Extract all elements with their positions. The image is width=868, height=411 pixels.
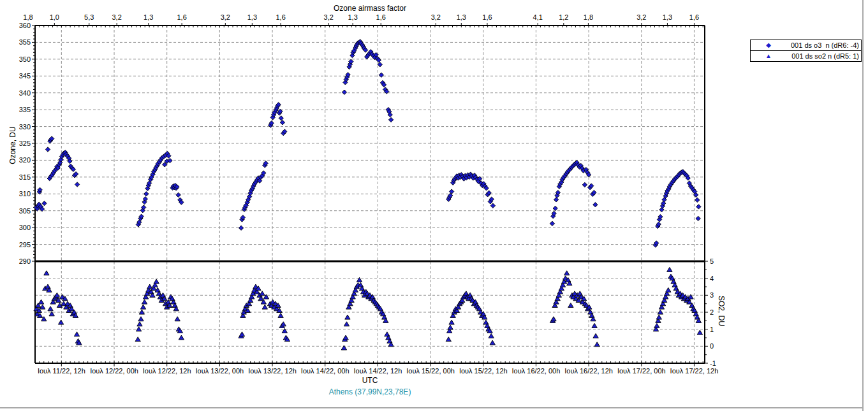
svg-text:345: 345 bbox=[19, 72, 31, 80]
window-edge-bottom bbox=[0, 407, 864, 408]
svg-text:340: 340 bbox=[19, 89, 31, 97]
svg-text:2: 2 bbox=[710, 308, 714, 316]
svg-text:300: 300 bbox=[19, 224, 31, 231]
chart-svg: Ιουλ 11/22, 12hΙουλ 12/22, 00hΙουλ 12/22… bbox=[0, 0, 868, 411]
triangle-marker-icon: ▲ bbox=[751, 53, 786, 59]
svg-text:Ιουλ 12/22, 00h: Ιουλ 12/22, 00h bbox=[90, 367, 138, 375]
svg-text:1,0: 1,0 bbox=[50, 13, 59, 21]
svg-text:1,3: 1,3 bbox=[247, 13, 257, 21]
chart-canvas: Ιουλ 11/22, 12hΙουλ 12/22, 00hΙουλ 12/22… bbox=[0, 0, 868, 411]
diamond-marker-icon: ◆ bbox=[751, 42, 786, 48]
svg-text:Ιουλ 16/22, 00h: Ιουλ 16/22, 00h bbox=[512, 367, 561, 375]
svg-text:Ιουλ 15/22, 00h: Ιουλ 15/22, 00h bbox=[406, 367, 455, 375]
svg-text:4,1: 4,1 bbox=[533, 13, 543, 21]
svg-text:1,8: 1,8 bbox=[584, 13, 593, 21]
svg-text:325: 325 bbox=[19, 140, 31, 147]
svg-text:1,6: 1,6 bbox=[276, 13, 285, 21]
svg-text:Ιουλ 13/22, 12h: Ιουλ 13/22, 12h bbox=[248, 367, 297, 375]
svg-text:Ιουλ 14/22, 12h: Ιουλ 14/22, 12h bbox=[354, 367, 402, 375]
svg-text:1,6: 1,6 bbox=[376, 13, 386, 21]
svg-text:1,6: 1,6 bbox=[177, 13, 186, 21]
svg-text:Ιουλ 12/22, 12h: Ιουλ 12/22, 12h bbox=[143, 367, 191, 375]
svg-text:290: 290 bbox=[19, 257, 31, 265]
svg-text:1,3: 1,3 bbox=[143, 13, 153, 21]
svg-text:1: 1 bbox=[710, 326, 714, 333]
svg-text:4: 4 bbox=[710, 275, 714, 282]
svg-text:1,3: 1,3 bbox=[663, 13, 672, 21]
svg-text:1,3: 1,3 bbox=[457, 13, 466, 21]
svg-text:1,6: 1,6 bbox=[482, 13, 492, 21]
svg-text:310: 310 bbox=[19, 190, 31, 198]
legend-entry-so2: ▲ 001 ds so2 n (dR5: 1) bbox=[750, 50, 862, 62]
svg-text:305: 305 bbox=[19, 207, 31, 215]
top-axis-title: Ozone airmass factor bbox=[35, 4, 705, 13]
svg-text:3,2: 3,2 bbox=[431, 13, 441, 21]
so2-series bbox=[34, 267, 703, 350]
legend: ◆ 001 ds o3 n (dR6: -4) ▲ 001 ds so2 n (… bbox=[750, 40, 862, 62]
legend-entry-ozone: ◆ 001 ds o3 n (dR6: -4) bbox=[750, 40, 862, 51]
window-edge-right bbox=[862, 0, 864, 411]
svg-text:295: 295 bbox=[19, 241, 31, 249]
svg-text:350: 350 bbox=[19, 55, 31, 63]
svg-text:Ιουλ 14/22, 00h: Ιουλ 14/22, 00h bbox=[301, 367, 349, 375]
right-axis-title: SO2, DU bbox=[717, 296, 726, 326]
svg-text:355: 355 bbox=[19, 38, 31, 46]
gridlines bbox=[35, 25, 705, 363]
svg-text:5: 5 bbox=[710, 257, 714, 265]
left-axis-title: Ozone, DU bbox=[8, 126, 17, 164]
svg-text:330: 330 bbox=[19, 123, 31, 131]
svg-text:0: 0 bbox=[710, 342, 714, 350]
svg-text:1,3: 1,3 bbox=[348, 13, 357, 21]
svg-text:1,2: 1,2 bbox=[559, 13, 568, 21]
station-subtitle: Athens (37,99N,23,78E) bbox=[35, 387, 705, 396]
svg-text:-1: -1 bbox=[710, 359, 716, 367]
svg-text:5,3: 5,3 bbox=[84, 13, 94, 21]
svg-text:3,2: 3,2 bbox=[636, 13, 646, 21]
svg-text:Ιουλ 17/22, 00h: Ιουλ 17/22, 00h bbox=[617, 367, 666, 375]
svg-text:1,8: 1,8 bbox=[23, 13, 33, 21]
bottom-axis-title: UTC bbox=[35, 376, 705, 385]
svg-text:3,2: 3,2 bbox=[324, 13, 334, 21]
svg-text:Ιουλ 13/22, 00h: Ιουλ 13/22, 00h bbox=[195, 367, 244, 375]
svg-text:1,6: 1,6 bbox=[689, 13, 699, 21]
svg-text:315: 315 bbox=[19, 173, 31, 181]
svg-text:Ιουλ 15/22, 12h: Ιουλ 15/22, 12h bbox=[459, 367, 508, 375]
svg-text:335: 335 bbox=[19, 106, 31, 113]
plot-window: Ιουλ 11/22, 12hΙουλ 12/22, 00hΙουλ 12/22… bbox=[0, 0, 868, 411]
svg-text:Ιουλ 16/22, 12h: Ιουλ 16/22, 12h bbox=[564, 367, 613, 375]
legend-so2-label: 001 ds so2 n (dR5: 1) bbox=[786, 52, 861, 60]
svg-text:320: 320 bbox=[19, 156, 31, 164]
legend-ozone-label: 001 ds o3 n (dR6: -4) bbox=[786, 41, 861, 49]
svg-text:360: 360 bbox=[19, 22, 31, 29]
svg-text:3,2: 3,2 bbox=[221, 13, 230, 21]
svg-text:3: 3 bbox=[710, 291, 714, 299]
svg-text:3,2: 3,2 bbox=[112, 13, 122, 21]
svg-text:Ιουλ 11/22, 12h: Ιουλ 11/22, 12h bbox=[38, 367, 85, 375]
svg-text:Ιουλ 17/22, 12h: Ιουλ 17/22, 12h bbox=[670, 367, 719, 375]
